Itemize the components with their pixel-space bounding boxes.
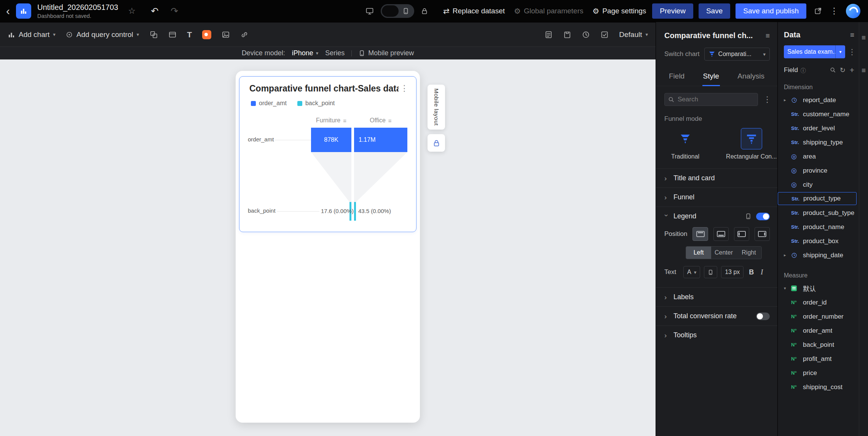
dimension-item-shipping-date[interactable]: ▸ shipping_date	[778, 248, 859, 262]
align-left-button[interactable]: Left	[686, 247, 711, 259]
measure-item-order-id[interactable]: N° order_id	[778, 295, 859, 309]
tab-style[interactable]: Style	[702, 68, 720, 86]
favorite-star-icon[interactable]: ☆	[128, 6, 136, 16]
italic-button[interactable]: I	[759, 268, 764, 276]
tab-container-icon[interactable]	[168, 30, 177, 39]
undo-icon[interactable]: ↶	[151, 6, 158, 16]
caret-right-icon[interactable]: ▸	[784, 253, 788, 258]
caret-right-icon[interactable]: ▸	[784, 98, 788, 103]
grip-icon[interactable]: ≡	[343, 117, 346, 124]
dimension-item-product-type[interactable]: Str. product_type	[778, 192, 857, 205]
save-template-icon[interactable]	[563, 30, 571, 39]
preview-button[interactable]: Preview	[652, 3, 693, 19]
hamburger-icon[interactable]: ≡	[850, 31, 854, 39]
save-and-publish-button[interactable]: Save and publish	[736, 3, 806, 19]
add-field-icon[interactable]: +	[850, 66, 854, 74]
align-center-button[interactable]: Center	[711, 247, 736, 259]
font-size-dropdown[interactable]: 13 px	[721, 266, 744, 278]
image-widget-icon[interactable]	[222, 30, 230, 39]
chart-type-dropdown[interactable]: Comparati... ▾	[704, 48, 770, 61]
measure-item-order-number[interactable]: N° order_number	[778, 309, 859, 324]
dimension-item-product-box[interactable]: Str. product_box	[778, 234, 859, 248]
save-button[interactable]: Save	[699, 3, 730, 19]
legend-position-top-button[interactable]	[692, 227, 708, 241]
text-widget-icon[interactable]: T	[187, 30, 192, 39]
redo-icon[interactable]: ↷	[171, 6, 178, 16]
collapse-data-panel-icon[interactable]: ≡	[862, 66, 866, 75]
dataset-selector-button[interactable]: Sales data exam... ▾	[784, 45, 845, 58]
section-total-conversion-rate[interactable]: › Total conversion rate	[656, 306, 777, 325]
device-mode-switch[interactable]	[381, 4, 414, 18]
measure-item-order-amt[interactable]: N° order_amt	[778, 324, 859, 338]
lock-icon[interactable]	[421, 8, 428, 14]
legend-position-left-button[interactable]	[734, 227, 749, 241]
more-menu-icon[interactable]: ⋮	[830, 7, 838, 15]
media-widget-icon[interactable]	[202, 30, 211, 39]
mode-rectangular-cone[interactable]: Rectangular Con...	[726, 128, 777, 160]
link-widget-icon[interactable]	[240, 30, 249, 39]
add-query-control-button[interactable]: Add query control ▾	[65, 30, 139, 39]
dimension-item-report-date[interactable]: ▸ report_date	[778, 93, 859, 107]
legend-item-order-amt[interactable]: order_amt	[251, 100, 287, 107]
info-icon[interactable]: ⓘ	[801, 66, 806, 74]
measure-item-back-point[interactable]: N° back_point	[778, 338, 859, 352]
mobile-mode-icon[interactable]	[399, 8, 413, 14]
legend-position-right-button[interactable]	[755, 227, 770, 241]
more-options-icon[interactable]: ⋮	[763, 95, 771, 104]
card-menu-icon[interactable]: ⋮	[399, 83, 410, 93]
device-font-button[interactable]	[704, 266, 717, 278]
measure-item-price[interactable]: N° price	[778, 366, 859, 380]
dimension-item-product-name[interactable]: Str. product_name	[778, 220, 859, 234]
grip-icon[interactable]: ≡	[388, 117, 392, 124]
canvas[interactable]: Comparative funnel chart-Sales data ... …	[0, 59, 656, 436]
document-outline-icon[interactable]	[544, 30, 553, 39]
section-legend[interactable]: › Legend	[656, 207, 777, 226]
search-icon[interactable]	[830, 67, 836, 73]
history-icon[interactable]	[582, 30, 590, 39]
dataset-more-icon[interactable]: ⋮	[848, 47, 856, 56]
mobile-layout-tab[interactable]: Mobile layout	[428, 85, 445, 130]
dimension-item-shipping-type[interactable]: Str. shipping_type	[778, 135, 859, 149]
font-family-dropdown[interactable]: A ▾	[683, 266, 700, 278]
dimension-item-order-level[interactable]: Str. order_level	[778, 121, 859, 135]
section-tooltips[interactable]: › Tooltips	[656, 325, 777, 345]
align-right-button[interactable]: Right	[736, 247, 761, 259]
back-icon[interactable]: ‹	[5, 5, 11, 17]
dimension-item-province[interactable]: ◎ province	[778, 164, 859, 178]
measure-group-default[interactable]: ▾ 默认	[778, 281, 859, 295]
dimension-item-product-sub-type[interactable]: Str. product_sub_type	[778, 206, 859, 220]
measure-item-profit-amt[interactable]: N° profit_amt	[778, 352, 859, 366]
mode-traditional[interactable]: Traditional	[671, 128, 699, 160]
page-settings-button[interactable]: ⚙ Page settings	[592, 6, 646, 16]
device-model-dropdown[interactable]: iPhone ▾	[292, 49, 319, 57]
checklist-icon[interactable]	[600, 30, 609, 39]
global-parameters-button[interactable]: ⚙ Global parameters	[514, 6, 583, 16]
tab-field[interactable]: Field	[668, 68, 685, 86]
legend-item-back-point[interactable]: back_point	[297, 100, 335, 107]
phone-canvas[interactable]: Comparative funnel chart-Sales data ... …	[236, 71, 420, 423]
section-labels[interactable]: › Labels	[656, 287, 777, 306]
caret-down-icon[interactable]: ▾	[784, 286, 788, 291]
bold-button[interactable]: B	[747, 268, 755, 276]
refresh-icon[interactable]: ↻	[840, 67, 846, 74]
collapse-config-panel-icon[interactable]: ≡	[862, 34, 866, 42]
layout-lock-button[interactable]	[428, 134, 445, 152]
combine-widgets-icon[interactable]	[150, 30, 158, 39]
legend-position-bottom-button[interactable]	[713, 227, 729, 241]
dimension-item-customer-name[interactable]: Str. customer_name	[778, 107, 859, 121]
avatar[interactable]	[846, 4, 860, 18]
dimension-item-area[interactable]: ◎ area	[778, 149, 859, 164]
replace-dataset-button[interactable]: ⇄ Replace dataset	[443, 6, 505, 16]
add-chart-button[interactable]: Add chart ▾	[8, 30, 56, 39]
desktop-mode-icon[interactable]	[365, 7, 374, 15]
total-conversion-toggle[interactable]	[756, 313, 770, 320]
dimension-item-city[interactable]: ◎ city	[778, 178, 859, 192]
measure-item-shipping-cost[interactable]: N° shipping_cost	[778, 380, 859, 394]
theme-default-dropdown[interactable]: Default ▾	[619, 30, 648, 39]
mobile-preview-button[interactable]: Mobile preview	[359, 49, 414, 57]
section-funnel[interactable]: › Funnel	[656, 188, 777, 207]
share-icon[interactable]	[814, 7, 822, 15]
section-title-and-card[interactable]: › Title and card	[656, 168, 777, 188]
tab-analysis[interactable]: Analysis	[737, 68, 765, 86]
hamburger-icon[interactable]: ≡	[766, 32, 770, 40]
